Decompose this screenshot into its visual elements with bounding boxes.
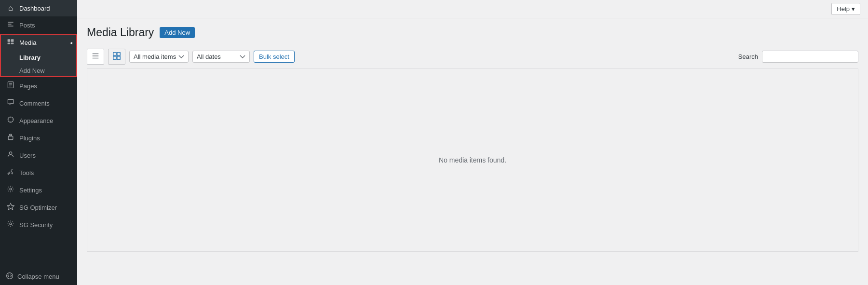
svg-rect-10 — [10, 134, 12, 135]
bulk-select-button[interactable]: Bulk select — [254, 51, 295, 63]
sidebar-item-pages[interactable]: Pages — [0, 77, 77, 95]
sg-security-icon — [6, 220, 15, 230]
media-icon — [6, 38, 15, 47]
svg-point-12 — [10, 188, 12, 190]
svg-rect-22 — [117, 56, 120, 59]
media-arrow: ◂ — [70, 40, 72, 45]
svg-rect-20 — [117, 53, 120, 55]
search-input[interactable] — [762, 51, 858, 63]
svg-point-11 — [9, 152, 12, 155]
sidebar-item-comments[interactable]: Comments — [0, 95, 77, 112]
collapse-icon — [6, 272, 14, 281]
sidebar-item-settings[interactable]: Settings — [0, 181, 77, 199]
dashboard-icon: ⌂ — [6, 4, 15, 13]
collapse-menu[interactable]: Collapse menu — [0, 268, 77, 285]
sidebar-item-label: Appearance — [19, 117, 53, 124]
tools-icon — [6, 168, 15, 177]
sidebar-item-dashboard[interactable]: ⌂ Dashboard — [0, 0, 77, 16]
submenu-add-new[interactable]: Add New — [0, 64, 77, 77]
sidebar-item-label: Plugins — [19, 135, 40, 142]
sidebar-item-sg-optimizer[interactable]: SG Optimizer — [0, 199, 77, 216]
posts-icon — [6, 20, 15, 30]
pages-icon — [6, 81, 15, 91]
sidebar-item-appearance[interactable]: Appearance — [0, 112, 77, 129]
svg-rect-19 — [113, 53, 116, 55]
svg-rect-0 — [8, 39, 11, 42]
date-filter[interactable]: All dates January 2024 February 2024 — [192, 51, 250, 63]
main-area: Help ▾ Media Library Add New — [77, 0, 868, 285]
no-items-message: No media items found. — [439, 156, 506, 164]
media-toolbar: All media items Images Audio Video Docum… — [87, 47, 858, 67]
svg-marker-13 — [7, 204, 14, 210]
sidebar-item-label: Media — [19, 39, 36, 46]
sidebar-item-label: Settings — [19, 187, 42, 194]
sidebar-item-label: Users — [19, 152, 36, 159]
list-view-icon — [91, 52, 100, 62]
sidebar-item-posts[interactable]: Posts — [0, 16, 77, 34]
appearance-icon — [6, 116, 15, 125]
sidebar-item-users[interactable]: Users — [0, 147, 77, 164]
svg-rect-3 — [11, 42, 14, 44]
add-new-button[interactable]: Add New — [160, 27, 195, 38]
media-content-area: No media items found. — [87, 68, 858, 252]
sidebar-item-media[interactable]: Media ◂ — [0, 34, 77, 51]
media-section: Media ◂ Library Add New — [0, 34, 77, 77]
grid-view-button[interactable] — [108, 49, 125, 65]
plugins-icon — [6, 133, 15, 143]
submenu-library[interactable]: Library — [0, 51, 77, 64]
list-view-button[interactable] — [87, 49, 104, 65]
sidebar-item-label: SG Security — [19, 221, 53, 229]
sidebar: ⌂ Dashboard Posts Media ◂ Library Add Ne… — [0, 0, 77, 285]
help-label: Help — [837, 5, 850, 13]
search-area: Search — [738, 51, 858, 63]
users-icon — [6, 150, 15, 160]
svg-rect-9 — [8, 136, 13, 139]
media-submenu: Library Add New — [0, 51, 77, 77]
sidebar-item-sg-security[interactable]: SG Security — [0, 216, 77, 233]
svg-point-14 — [10, 223, 12, 225]
sidebar-item-label: Posts — [19, 22, 35, 29]
help-button[interactable]: Help ▾ — [831, 3, 860, 15]
svg-rect-21 — [113, 56, 116, 59]
page-header: Media Library Add New — [87, 26, 858, 39]
sidebar-item-tools[interactable]: Tools — [0, 164, 77, 181]
settings-icon — [6, 185, 15, 195]
comments-icon — [6, 98, 15, 108]
sidebar-item-label: Tools — [19, 169, 34, 176]
sidebar-item-plugins[interactable]: Plugins — [0, 129, 77, 147]
sidebar-item-label: Pages — [19, 82, 37, 90]
collapse-label: Collapse menu — [17, 273, 59, 280]
svg-point-8 — [8, 117, 13, 122]
svg-rect-1 — [11, 39, 14, 42]
sg-optimizer-icon — [6, 203, 15, 212]
sidebar-item-label: SG Optimizer — [19, 204, 57, 211]
page-content: Media Library Add New All media items Im… — [77, 18, 868, 285]
sidebar-item-label: Dashboard — [19, 5, 50, 12]
page-title: Media Library — [87, 26, 154, 39]
media-type-filter[interactable]: All media items Images Audio Video Docum… — [129, 51, 189, 63]
grid-view-icon — [112, 52, 121, 62]
sidebar-item-label: Comments — [19, 100, 50, 107]
search-label: Search — [738, 53, 758, 60]
help-arrow-icon: ▾ — [852, 5, 855, 13]
topbar: Help ▾ — [77, 0, 868, 18]
svg-rect-2 — [8, 42, 11, 44]
